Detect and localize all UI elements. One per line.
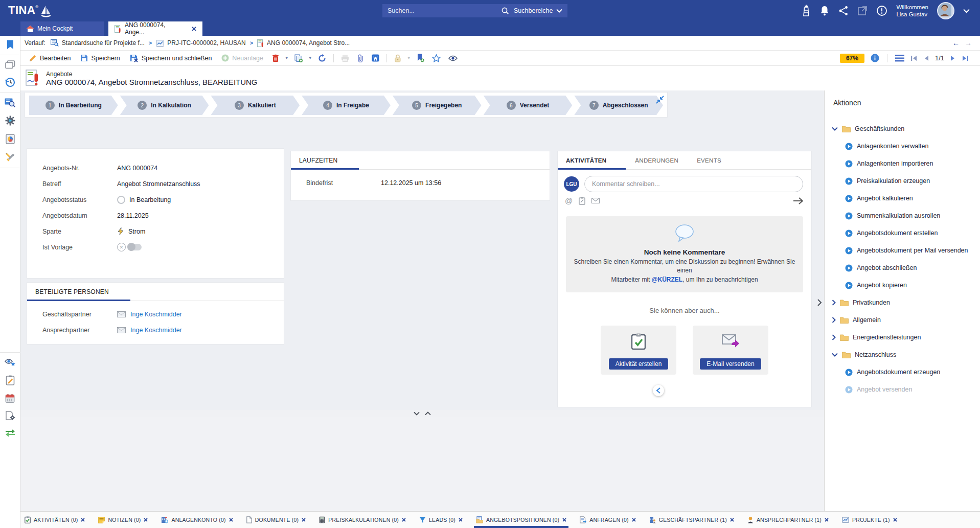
attachment-icon[interactable] xyxy=(355,53,366,64)
user-avatar[interactable] xyxy=(937,2,954,19)
bookmark-add-button[interactable] xyxy=(415,52,426,64)
user-menu-chevron-icon[interactable] xyxy=(963,9,970,13)
collapse-dock-icon[interactable] xyxy=(414,411,420,416)
copy-record-button[interactable] xyxy=(292,53,305,64)
persons-section-title[interactable]: BETEILIGTE PERSONEN xyxy=(27,283,130,301)
close-icon[interactable] xyxy=(229,518,233,522)
external-link-icon[interactable] xyxy=(857,6,868,16)
collapse-process-bar-icon[interactable] xyxy=(656,96,664,104)
process-step-6[interactable]: 6Versendet xyxy=(484,96,573,115)
calendar-icon[interactable] xyxy=(5,389,15,407)
tab-aenderungen[interactable]: ÄNDERUNGEN xyxy=(626,151,688,169)
swap-arrows-icon[interactable] xyxy=(5,425,15,441)
action-item[interactable]: Angebotsdokument erstellen xyxy=(825,224,980,242)
process-gear-icon[interactable] xyxy=(5,111,15,130)
dock-tab-preiskalkulationen[interactable]: PREISKALKULATIONEN (0) xyxy=(319,512,406,528)
history-back-icon[interactable]: ← xyxy=(952,39,960,47)
process-step-3[interactable]: 3Kalkuliert xyxy=(211,96,300,115)
send-comment-icon[interactable] xyxy=(793,197,803,205)
expand-dock-icon[interactable] xyxy=(425,411,431,416)
edit-button[interactable]: Bearbeiten xyxy=(26,53,74,64)
favorite-star-button[interactable] xyxy=(430,53,443,64)
action-folder-privatkunden[interactable]: Privatkunden xyxy=(825,294,980,311)
tab-events[interactable]: EVENTS xyxy=(688,151,731,169)
action-item[interactable]: Anlagenkonten importieren xyxy=(825,155,980,172)
bell-icon[interactable] xyxy=(819,5,830,16)
mention-hint-link[interactable]: @KÜRZEL xyxy=(652,276,682,283)
collapse-panel-button[interactable] xyxy=(653,385,664,396)
mail-icon[interactable] xyxy=(591,198,600,203)
breadcrumb-item-project[interactable]: PRJ-ITC-0000002, HAUSAN xyxy=(156,39,245,47)
close-icon[interactable] xyxy=(459,518,463,522)
dock-tab-anfragen[interactable]: ANFRAGEN (0) xyxy=(580,512,636,528)
action-folder-geschaeftskunden[interactable]: Geschäftskunden xyxy=(825,120,980,137)
dock-tab-notizen[interactable]: NOTIZEN (0) xyxy=(98,512,148,528)
clipboard-edit-icon[interactable] xyxy=(6,371,15,389)
breadcrumb-item-search[interactable]: Standardsuche für Projekte f... xyxy=(51,39,145,47)
zoom-level-badge[interactable]: 67% xyxy=(840,54,864,63)
action-item[interactable]: Preiskalkulation erzeugen xyxy=(825,172,980,190)
menu-icon[interactable] xyxy=(895,55,904,62)
business-partner-link[interactable]: Inge Koschmidder xyxy=(130,311,182,318)
help-icon[interactable] xyxy=(876,5,887,16)
close-icon[interactable] xyxy=(402,518,406,522)
watchlist-icon[interactable] xyxy=(5,354,16,371)
copy-menu-caret-icon[interactable]: ▼ xyxy=(308,56,312,60)
right-panel-splitter-icon[interactable] xyxy=(817,299,822,306)
lock-menu-caret-icon[interactable]: ▼ xyxy=(407,56,411,60)
dock-tab-angebotspositionen[interactable]: ANGEBOTSPOSITIONEN (0) xyxy=(476,512,566,528)
search-scope-dropdown[interactable]: Suchbereiche xyxy=(509,4,567,17)
first-page-icon[interactable] xyxy=(910,55,918,61)
history-icon[interactable] xyxy=(5,73,15,91)
search-icon[interactable] xyxy=(501,7,509,15)
action-folder-allgemein[interactable]: Allgemein xyxy=(825,311,980,329)
delete-menu-caret-icon[interactable]: ▼ xyxy=(285,56,289,60)
tab-record-ang-0000074[interactable]: ANG 0000074, Ange... xyxy=(108,21,202,36)
close-icon[interactable] xyxy=(192,27,196,31)
terms-section-title[interactable]: LAUFZEITEN xyxy=(291,151,359,170)
word-export-icon[interactable] xyxy=(370,53,381,63)
tools-icon[interactable] xyxy=(5,148,15,167)
close-icon[interactable] xyxy=(562,518,566,522)
process-step-5[interactable]: 5Freigegeben xyxy=(393,96,482,115)
action-item[interactable]: Anlagenkonten verwalten xyxy=(825,137,980,155)
dock-tab-leads[interactable]: LEADS (0) xyxy=(419,512,463,528)
delete-button[interactable] xyxy=(270,53,281,64)
refresh-button[interactable] xyxy=(316,53,328,64)
close-icon[interactable] xyxy=(144,518,148,522)
history-forward-icon[interactable]: → xyxy=(965,39,972,47)
close-icon[interactable] xyxy=(893,518,897,522)
mention-icon[interactable]: @ xyxy=(565,196,573,205)
close-icon[interactable] xyxy=(730,518,734,522)
next-page-icon[interactable] xyxy=(950,55,955,61)
dock-tab-geschaeftspartner[interactable]: GESCHÄFTSPARTNER (1) xyxy=(649,512,734,528)
process-step-4[interactable]: 4In Freigabe xyxy=(302,96,391,115)
info-icon[interactable] xyxy=(871,54,879,62)
share-icon[interactable] xyxy=(838,6,849,16)
close-icon[interactable] xyxy=(825,518,829,522)
process-step-2[interactable]: 2In Kalkulation xyxy=(120,96,209,115)
mail-icon[interactable] xyxy=(117,311,126,317)
report-document-icon[interactable] xyxy=(6,130,15,148)
windows-icon[interactable] xyxy=(5,56,15,73)
action-folder-energiedienstleistungen[interactable]: Energiedienstleistungen xyxy=(825,329,980,346)
action-item[interactable]: Angebotsdokument erzeugen xyxy=(825,363,980,381)
dock-tab-ansprechpartner[interactable]: ANSPRECHPARTNER (1) xyxy=(747,512,829,528)
tab-aktivitaeten[interactable]: AKTIVITÄTEN xyxy=(558,151,626,170)
mail-icon[interactable] xyxy=(117,327,126,333)
search-report-icon[interactable] xyxy=(5,94,15,111)
process-step-1[interactable]: 1In Bearbeitung xyxy=(29,96,118,115)
save-button[interactable]: Speichern xyxy=(77,53,123,63)
last-page-icon[interactable] xyxy=(962,55,969,61)
document-settings-icon[interactable] xyxy=(5,407,15,425)
tab-mein-cockpit[interactable]: Mein Cockpit xyxy=(20,21,104,36)
close-icon[interactable] xyxy=(81,518,85,522)
dock-tab-aktivitaeten[interactable]: AKTIVITÄTEN (0) xyxy=(25,512,85,528)
action-item[interactable]: Angebot kopieren xyxy=(825,277,980,294)
dock-splitter[interactable] xyxy=(20,410,824,417)
prev-page-icon[interactable] xyxy=(924,55,929,61)
comment-input[interactable] xyxy=(584,176,803,192)
bookmarks-icon[interactable] xyxy=(6,36,14,54)
close-icon[interactable] xyxy=(302,518,306,522)
process-step-7[interactable]: 7Abgeschlossen xyxy=(574,96,663,115)
